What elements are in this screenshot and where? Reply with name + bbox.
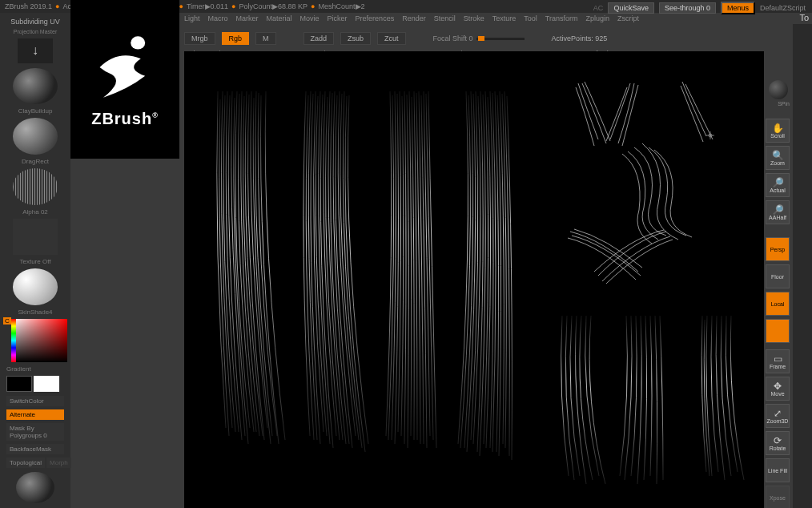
menu-material[interactable]: Material	[267, 14, 292, 22]
timer: Timer▶0.011	[187, 2, 228, 10]
rotate-icon: ⟳	[774, 436, 782, 446]
zoom-button[interactable]: 🔍Zoom	[766, 146, 790, 170]
stroke-swatch[interactable]	[13, 118, 58, 155]
menu-picker[interactable]: Picker	[328, 14, 348, 22]
spin-sphere[interactable]	[769, 80, 788, 99]
left-panel: Subdividing UV Projection Master ↓ ClayB…	[0, 13, 70, 508]
right-toolbar-view: Persp Floor Local	[766, 237, 791, 343]
menu-movie[interactable]: Movie	[300, 14, 320, 22]
menu-zscript[interactable]: Zscript	[617, 14, 639, 22]
right-toolbar-xform: ▭Frame ✥Move ⤢Zoom3D ⟳Rotate Line Fill X…	[766, 349, 791, 508]
brand-name: ZBrush	[91, 110, 152, 127]
persp-button[interactable]: Persp	[766, 237, 790, 261]
meshcount: MeshCount▶2	[319, 2, 365, 10]
rgb-button[interactable]: Rgb	[222, 32, 250, 45]
svg-point-0	[131, 36, 145, 49]
linefill-button[interactable]: Line Fill	[766, 458, 790, 482]
menu-macro[interactable]: Macro	[208, 14, 228, 22]
focal-shift-label[interactable]: Focal Shift 0	[433, 34, 473, 42]
zbrush-logo-overlay: ZBrush®	[70, 0, 179, 159]
menu-zplugin[interactable]: Zplugin	[585, 14, 609, 22]
top-actions: AC QuickSave See-through 0 Menus Default…	[593, 2, 806, 14]
aahalf-icon: 🔎	[772, 205, 784, 215]
xpose-button[interactable]: Xpose	[766, 486, 790, 508]
spin-label: SPin	[778, 101, 790, 107]
frame-button[interactable]: ▭Frame	[766, 349, 790, 373]
hand-icon: ✋	[772, 123, 784, 133]
quicksave-button[interactable]: QuickSave	[608, 2, 654, 14]
menu-texture[interactable]: Texture	[492, 14, 517, 22]
menu-stroke[interactable]: Stroke	[464, 14, 484, 22]
bottom-brush-swatch[interactable]	[16, 472, 54, 503]
zadd-button[interactable]: Zadd	[303, 32, 335, 45]
zbrush-figure-icon	[89, 31, 161, 103]
m-button[interactable]: M	[255, 32, 276, 45]
zcut-button[interactable]: Zcut	[377, 32, 406, 45]
seethrough-button[interactable]: See-through 0	[659, 2, 716, 14]
topological-button[interactable]: Topological	[6, 458, 45, 468]
move-icon: ✥	[774, 381, 782, 391]
morph-button[interactable]: Morph	[46, 458, 71, 468]
menu-stencil[interactable]: Stencil	[434, 14, 456, 22]
alpha-swatch[interactable]	[13, 168, 58, 205]
texture-swatch[interactable]	[13, 219, 58, 256]
brush-label: ClayBuildup	[3, 107, 67, 115]
rotate-button[interactable]: ⟳Rotate	[766, 431, 790, 455]
subdividing-header: Subdividing UV	[3, 16, 67, 27]
menus-button[interactable]: Menus	[721, 2, 755, 14]
projection-master-label: Projection Master	[3, 29, 67, 35]
color-c-button[interactable]: C	[3, 317, 11, 325]
backfacemask-button[interactable]: BackfaceMask	[6, 444, 64, 454]
localsym-button[interactable]	[766, 319, 790, 343]
material-swatch[interactable]	[13, 268, 58, 305]
active-points: ActivePoints: 925	[552, 34, 608, 42]
focal-shift-slider[interactable]	[476, 38, 525, 40]
secondary-color-swatch[interactable]	[34, 376, 59, 392]
gradient-label[interactable]: Gradient	[3, 365, 67, 373]
hair-strokes-artwork	[184, 51, 764, 508]
floor-button[interactable]: Floor	[766, 264, 790, 288]
local-button[interactable]: Local	[766, 292, 790, 316]
texture-label: Texture Off	[3, 258, 67, 265]
brush-swatch[interactable]	[13, 68, 58, 105]
polycount: PolyCount▶68.88 KP	[239, 2, 308, 10]
zoom3d-button[interactable]: ⤢Zoom3D	[766, 404, 790, 428]
alternate-button[interactable]: Alternate	[6, 409, 64, 420]
move-button[interactable]: ✥Move	[766, 377, 790, 401]
main-color-swatch[interactable]	[6, 376, 32, 392]
stroke-label: DragRect	[3, 158, 67, 165]
projection-master-button[interactable]: ↓	[18, 38, 53, 63]
app-name: ZBrush 2019.1	[5, 2, 52, 10]
zsub-button[interactable]: Zsub	[340, 32, 371, 45]
menu-light[interactable]: Light	[184, 14, 200, 22]
actual-icon: 🔎	[772, 178, 784, 187]
zoom3d-icon: ⤢	[774, 409, 782, 418]
right-toolbar-nav: ✋Scroll 🔍Zoom 🔎Actual 🔎AAHalf	[766, 119, 791, 224]
alpha-label: Alpha 02	[3, 208, 67, 216]
scroll-button[interactable]: ✋Scroll	[766, 119, 790, 143]
tool-panel-label[interactable]: To	[799, 13, 809, 22]
menu-render[interactable]: Render	[402, 14, 426, 22]
right-dock	[793, 24, 812, 508]
actual-button[interactable]: 🔎Actual	[766, 173, 790, 197]
ac-label: AC	[593, 4, 604, 12]
menu-preferences[interactable]: Preferences	[356, 14, 395, 22]
aahalf-button[interactable]: 🔎AAHalf	[766, 200, 790, 224]
canvas[interactable]	[184, 51, 764, 508]
material-label: SkinShade4	[3, 308, 67, 316]
menu-transform[interactable]: Transform	[545, 14, 578, 22]
menu-marker[interactable]: Marker	[236, 14, 259, 22]
color-picker[interactable]	[11, 319, 67, 362]
mask-polygroups-button[interactable]: Mask By Polygroups 0	[6, 423, 64, 441]
menu-tool[interactable]: Tool	[524, 14, 537, 22]
zoom-icon: 🔍	[772, 151, 784, 160]
frame-icon: ▭	[774, 354, 782, 364]
defaultscript-label[interactable]: DefaultZScript	[760, 4, 806, 12]
mrgb-button[interactable]: Mrgb	[184, 32, 215, 45]
switchcolor-button[interactable]: SwitchColor	[6, 396, 64, 406]
